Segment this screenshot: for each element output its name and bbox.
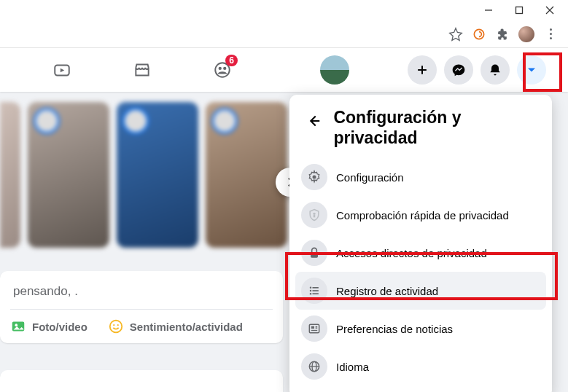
window-close-button[interactable]: [545, 5, 555, 15]
story-card[interactable]: [206, 102, 287, 248]
window-title-bar: [0, 0, 568, 20]
nav-marketplace-tab[interactable]: [124, 52, 160, 88]
profile-avatar[interactable]: [320, 55, 349, 85]
extension-icon[interactable]: [472, 27, 486, 42]
svg-point-13: [110, 321, 122, 333]
composer-action-label: Foto/video: [32, 321, 87, 333]
composer-card-fragment: [0, 370, 283, 392]
story-card[interactable]: [28, 102, 109, 248]
story-card[interactable]: [117, 102, 198, 248]
menu-item-label: Configuración: [336, 171, 404, 184]
svg-rect-23: [313, 290, 319, 291]
svg-rect-19: [311, 252, 318, 258]
settings-privacy-panel: Configuración y privacidad Configuración…: [289, 95, 552, 392]
menu-item-privacy-checkup[interactable]: Comprobación rápida de privacidad: [295, 196, 546, 234]
svg-point-15: [117, 324, 118, 326]
story-avatar-ring: [34, 108, 60, 134]
svg-point-16: [313, 176, 316, 179]
browser-profile-avatar[interactable]: [518, 26, 534, 42]
composer-action-label: Sentimiento/actividad: [130, 321, 243, 333]
composer-prompt[interactable]: pensando, .: [10, 280, 273, 310]
groups-badge: 6: [225, 55, 238, 66]
svg-point-22: [310, 290, 312, 292]
nav-groups-tab[interactable]: 6: [204, 52, 241, 88]
window-maximize-button[interactable]: [514, 5, 524, 15]
panel-back-button[interactable]: [301, 108, 326, 134]
svg-point-7: [219, 67, 222, 70]
menu-item-privacy-shortcuts[interactable]: Accesos directos de privacidad: [295, 234, 546, 272]
svg-point-20: [310, 287, 312, 289]
menu-item-label: Comprobación rápida de privacidad: [336, 209, 509, 222]
nav-watch-tab[interactable]: [44, 52, 80, 88]
svg-rect-25: [313, 294, 319, 295]
menu-item-settings[interactable]: Configuración: [295, 158, 546, 196]
create-button[interactable]: [408, 55, 437, 85]
notifications-button[interactable]: [481, 55, 510, 85]
composer-photo-video-button[interactable]: Foto/video: [10, 318, 87, 334]
browser-toolbar: [0, 20, 568, 48]
browser-menu-button[interactable]: [543, 27, 558, 42]
menu-item-language[interactable]: Idioma: [295, 348, 546, 385]
star-icon[interactable]: [448, 27, 463, 42]
svg-rect-27: [311, 326, 314, 329]
facebook-top-nav: 6: [0, 48, 568, 92]
photo-video-icon: [10, 318, 26, 334]
gear-icon: [301, 164, 327, 190]
svg-point-12: [15, 324, 17, 326]
svg-point-4: [474, 29, 483, 39]
menu-item-label: Accesos directos de privacidad: [336, 247, 487, 259]
story-avatar-ring: [122, 108, 149, 134]
feeling-icon: [108, 318, 124, 334]
post-composer: pensando, . Foto/video Sentimiento/activ…: [0, 271, 283, 343]
composer-feeling-button[interactable]: Sentimiento/actividad: [108, 318, 243, 334]
globe-icon: [301, 353, 327, 380]
shield-check-icon: [301, 202, 327, 228]
messenger-button[interactable]: [444, 55, 473, 85]
window-minimize-button[interactable]: [483, 5, 494, 15]
svg-rect-1: [516, 7, 523, 14]
svg-point-8: [223, 67, 226, 70]
menu-item-label: Preferencias de noticias: [336, 323, 453, 335]
story-card[interactable]: [0, 102, 20, 248]
panel-title: Configuración y privacidad: [333, 108, 540, 148]
svg-rect-18: [314, 215, 316, 217]
svg-point-24: [310, 293, 312, 295]
menu-item-label: Registro de actividad: [336, 285, 438, 297]
extensions-puzzle-icon[interactable]: [495, 27, 510, 42]
list-icon: [301, 278, 327, 304]
news-icon: [301, 315, 327, 342]
story-avatar-ring: [211, 108, 238, 134]
stories-row: [0, 102, 287, 248]
account-menu-button[interactable]: [517, 55, 546, 85]
svg-rect-21: [313, 287, 319, 289]
menu-item-activity-log[interactable]: Registro de actividad: [295, 272, 546, 310]
svg-point-14: [113, 324, 114, 326]
menu-item-news-preferences[interactable]: Preferencias de noticias: [295, 310, 546, 348]
svg-point-17: [313, 213, 315, 215]
lock-icon: [301, 240, 327, 266]
menu-item-label: Idioma: [336, 361, 369, 373]
